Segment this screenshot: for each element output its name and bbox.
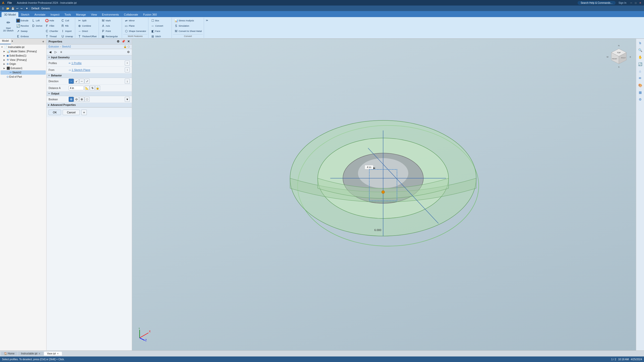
rt-btn-9[interactable]: ⚙: [637, 96, 643, 103]
rt-btn-5[interactable]: ⌂: [637, 68, 643, 74]
chamfer-btn[interactable]: C Chamfer: [44, 29, 59, 34]
generic-btn[interactable]: Generic: [41, 7, 51, 10]
axis-btn[interactable]: A Axis: [100, 23, 121, 28]
tab-3d-model[interactable]: 3D Model: [2, 12, 18, 17]
breadcrumb-expand-btn[interactable]: ⬡: [128, 45, 130, 48]
properties-close-btn[interactable]: ✕: [127, 40, 130, 43]
search-help[interactable]: Search Help & Commands...: [578, 1, 616, 5]
box-btn[interactable]: ☐ Box: [150, 18, 171, 23]
rt-btn-3[interactable]: ✋: [637, 54, 643, 60]
vp-tab-vase-close[interactable]: ✕: [57, 352, 59, 355]
point-btn[interactable]: P Point: [100, 29, 121, 34]
rt-btn-8[interactable]: ▦: [637, 89, 643, 96]
mirror-btn[interactable]: ⇌ Mirror: [123, 18, 147, 23]
import-btn[interactable]: I Import: [60, 29, 74, 34]
breadcrumb-sketch2[interactable]: Sketch2: [62, 45, 71, 48]
open-btn[interactable]: 📂: [6, 7, 10, 10]
breadcrumb-extrusion[interactable]: Extrusion: [49, 45, 59, 48]
loft-btn[interactable]: L Loft: [30, 18, 44, 23]
direction-btn-asym[interactable]: ⤢: [85, 79, 90, 84]
tab-manage[interactable]: Manage: [73, 12, 89, 17]
section-input-geometry[interactable]: ▼ Input Geometry: [47, 55, 132, 60]
simulation-btn[interactable]: S Simulation: [173, 23, 203, 28]
boolean-cut-btn[interactable]: ⊖: [74, 97, 79, 102]
distance-a-measure-btn[interactable]: 📐: [85, 85, 90, 90]
derive-btn[interactable]: D Derive: [30, 23, 44, 28]
more-ribbon-btn[interactable]: ≫: [204, 19, 209, 22]
prop-toolbar-btn-3[interactable]: ≡: [59, 50, 64, 55]
rt-btn-1[interactable]: 🖱: [637, 40, 643, 46]
direction-btn-2[interactable]: ↙: [74, 79, 79, 84]
ok-btn[interactable]: OK: [49, 110, 61, 115]
save-btn[interactable]: 💾: [11, 7, 15, 10]
section-advanced[interactable]: ▶ Advanced Properties: [47, 103, 132, 107]
properties-pin-btn[interactable]: 📌: [122, 40, 125, 43]
fillet-btn[interactable]: F Fillet: [44, 23, 59, 28]
boolean-join-btn[interactable]: ⊕: [69, 97, 74, 102]
file-menu[interactable]: File: [6, 1, 13, 4]
rt-btn-2[interactable]: 🔍: [637, 47, 643, 53]
tab-inspect[interactable]: Inspect: [48, 12, 62, 17]
rib-btn[interactable]: R Rib: [60, 23, 74, 28]
tab-tools[interactable]: Tools: [62, 12, 73, 17]
close-btn[interactable]: ✕: [638, 1, 642, 5]
convert-btn[interactable]: ↔ Convert: [150, 23, 171, 28]
distance-a-input[interactable]: [69, 86, 84, 90]
thread-btn[interactable]: T Thread: [44, 34, 59, 39]
face-btn[interactable]: ◧ Face: [150, 29, 171, 34]
direction-btn-1[interactable]: →: [69, 79, 74, 84]
tree-item-solid-bodies[interactable]: ▶ ◼ Solid Bodies(1): [1, 54, 46, 58]
unwrap-btn[interactable]: U Unwrap: [60, 34, 74, 39]
prop-toolbar-btn-2[interactable]: ▷: [53, 50, 58, 55]
tree-item-origin[interactable]: ▶ ⊕ Origin: [1, 62, 46, 66]
start-2d-sketch-btn[interactable]: ✏ Start2D Sketch: [2, 18, 15, 33]
coil-btn[interactable]: C Coil: [60, 18, 74, 23]
minimize-btn[interactable]: ─: [629, 1, 633, 5]
cancel-btn[interactable]: Cancel: [63, 110, 80, 115]
plane-btn[interactable]: ▭ Plane: [123, 23, 147, 28]
rectangular-btn[interactable]: ▦ Rectangular: [100, 34, 121, 39]
section-output[interactable]: ▼ Output: [47, 92, 132, 96]
tree-item-end[interactable]: ⊙ End of Part: [1, 75, 46, 79]
redo-btn[interactable]: ↪: [20, 7, 23, 10]
tree-item-view[interactable]: ▶ 👁 View: [Primary]: [1, 58, 46, 62]
section-behavior[interactable]: ▼ Behavior: [47, 73, 132, 78]
distance-a-flip-btn[interactable]: ⇅: [90, 85, 95, 90]
rt-btn-7[interactable]: 🎨: [637, 82, 643, 88]
tab-sketch[interactable]: Sketch: [18, 12, 32, 17]
prop-toolbar-btn-1[interactable]: ◀: [48, 50, 53, 55]
from-select-btn[interactable]: i: [125, 67, 130, 72]
tree-item-sketch2[interactable]: ✏ Sketch2: [1, 70, 46, 75]
distance-a-constraint-btn[interactable]: 🔒: [95, 85, 100, 90]
sweep-btn[interactable]: ↗ Sweep: [15, 29, 30, 34]
shape-gen-btn[interactable]: ⬡ Shape Generator: [123, 29, 147, 34]
tree-item-model-states[interactable]: ▶ 📊 Model States: [Primary]: [1, 49, 46, 54]
properties-settings-btn[interactable]: ⚙: [117, 40, 119, 43]
undo-btn[interactable]: ↩: [16, 7, 19, 10]
maximize-btn[interactable]: □: [634, 1, 637, 5]
tab-annotate[interactable]: Annotate: [32, 12, 48, 17]
combine-btn[interactable]: ⊕ Combine: [76, 23, 98, 28]
customize-qa[interactable]: ▼: [25, 7, 29, 10]
browser-tab-extra[interactable]: ▸: [11, 39, 14, 44]
vp-tab-vase[interactable]: Vase.ipt ✕: [44, 352, 62, 355]
direction-btn-sym[interactable]: ↔: [79, 79, 84, 84]
tab-view[interactable]: View: [89, 12, 100, 17]
stress-analysis-btn[interactable]: 📊 Stress Analysis: [173, 18, 203, 23]
mark-btn[interactable]: M Mark: [100, 18, 121, 23]
profiles-select-btn[interactable]: +: [125, 61, 130, 66]
tab-environments[interactable]: Environments: [99, 12, 121, 17]
sign-in-btn[interactable]: Sign In: [617, 2, 628, 4]
add-btn[interactable]: +: [81, 110, 87, 115]
tree-item-root[interactable]: ▼ 📄 Instructable.ipt: [1, 45, 46, 49]
vp-tab-instructable[interactable]: Instructable.ipt ✕: [18, 352, 43, 355]
rt-btn-6[interactable]: 👁: [637, 75, 643, 81]
split-btn[interactable]: ✂ Split: [76, 18, 98, 23]
direct-btn[interactable]: → Direct: [76, 29, 98, 34]
tree-item-extrusion1[interactable]: ▶ ⬛ Extrusion1: [1, 66, 46, 70]
tab-fusion360[interactable]: Fusion 360: [141, 12, 159, 17]
stitch-btn[interactable]: ⊞ Stitch: [150, 34, 171, 39]
tab-collaborate[interactable]: Collaborate: [122, 12, 141, 17]
thicken-btn[interactable]: T Thicken/Offset: [76, 34, 98, 39]
extrude-btn[interactable]: ⬛ Extrude: [15, 18, 30, 23]
